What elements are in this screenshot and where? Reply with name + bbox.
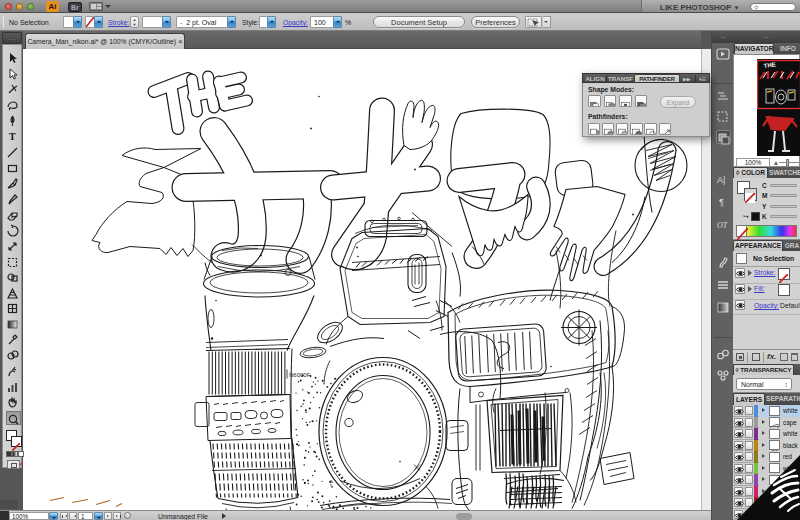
svg-text:¶: ¶ xyxy=(719,197,724,207)
svg-text:T: T xyxy=(9,131,16,142)
svg-text:THE: THE xyxy=(763,61,776,69)
svg-text:N6000F: N6000F xyxy=(289,372,311,378)
svg-text:O⁢T: O⁢T xyxy=(717,221,728,230)
svg-text:A|: A| xyxy=(717,175,725,185)
